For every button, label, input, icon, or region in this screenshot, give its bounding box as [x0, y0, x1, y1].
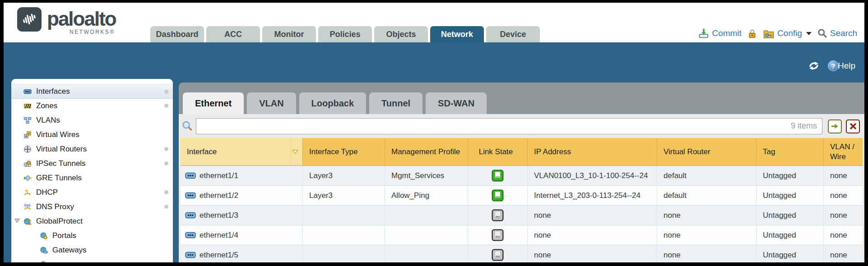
sidebar-item-interfaces[interactable]: Interfaces [11, 84, 173, 99]
virtual-router-cell: none [657, 206, 757, 225]
column-header-link-state[interactable]: Link State [468, 138, 528, 165]
sidebar-item-label: VLANs [36, 116, 60, 125]
nav-tab[interactable]: Policies [318, 26, 372, 42]
svg-text:DNS: DNS [24, 204, 31, 207]
search-icon [817, 28, 827, 38]
interface-cell: ethernet1/3 [181, 206, 303, 225]
sidebar-item-gre-tunnels[interactable]: GRE Tunnels [11, 171, 173, 185]
column-header-interface[interactable]: Interface [181, 138, 291, 165]
sidebar-item-label: GlobalProtect [36, 217, 83, 226]
virtual-routers-icon [23, 145, 32, 153]
virtual-router-cell: default [657, 166, 757, 185]
column-filter-dropdown[interactable] [291, 138, 303, 165]
management-profile-cell: Allow_Ping [385, 186, 468, 205]
link-state-cell [468, 166, 528, 185]
nav-tab[interactable]: Objects [374, 26, 428, 42]
interface-link[interactable]: ethernet1/5 [200, 251, 238, 260]
sidebar-item-vlans[interactable]: VLANs [11, 113, 173, 128]
link-state-cell [468, 225, 528, 245]
dns-proxy-icon: DNS [23, 203, 32, 211]
lock-button[interactable] [747, 28, 757, 39]
interface-tab[interactable]: SD-WAN [426, 92, 487, 114]
link-state-icon [492, 209, 504, 221]
table-row[interactable]: ethernet1/5 none none [181, 245, 863, 262]
interface-link[interactable]: ethernet1/4 [200, 231, 238, 240]
apply-filter-button[interactable] [828, 119, 842, 133]
management-profile-cell [385, 206, 468, 225]
zones-icon [23, 102, 32, 110]
column-header-interface-type[interactable]: Interface Type [303, 138, 385, 165]
management-profile-cell: Mgmt_Services [385, 166, 468, 185]
table-row[interactable]: ethernet1/4 none none [181, 225, 863, 245]
sidebar-item-label: Gateways [52, 246, 87, 255]
interface-tab[interactable]: Ethernet [183, 92, 244, 114]
virtual-router-cell: default [657, 186, 757, 205]
interface-tab[interactable]: Tunnel [369, 92, 422, 114]
interface-cell: ethernet1/2 [181, 186, 303, 205]
refresh-icon[interactable] [807, 60, 821, 71]
search-label: Search [830, 28, 857, 38]
interface-tab[interactable]: VLAN [247, 92, 296, 114]
sidebar-item-virtual-routers[interactable]: Virtual Routers [11, 142, 173, 156]
main-content: Ethernet VLAN Loopback Tunnel SD-WAN 9 i… [179, 83, 864, 262]
config-menu[interactable]: Config [763, 28, 812, 39]
sidebar-item-zones[interactable]: Zones [11, 99, 173, 113]
collapse-triangle-icon[interactable] [14, 218, 20, 224]
nav-tab[interactable]: Network [430, 26, 484, 42]
sidebar-item-partial[interactable] [11, 257, 173, 262]
nav-tab[interactable]: Device [486, 26, 540, 42]
column-header-ip-address[interactable]: IP Address [528, 138, 657, 165]
status-dot [164, 161, 168, 165]
column-header-virtual-router[interactable]: Virtual Router [657, 138, 757, 165]
link-state-icon [492, 170, 504, 182]
interface-tabstrip: Ethernet VLAN Loopback Tunnel SD-WAN [179, 83, 864, 114]
table-row[interactable]: ethernet1/3 none none [181, 206, 863, 225]
sidebar-item-gateways[interactable]: Gateways [11, 243, 173, 257]
interface-link[interactable]: ethernet1/2 [200, 191, 238, 200]
link-state-cell [468, 186, 528, 205]
tag-cell: Untagged [757, 245, 824, 262]
filter-input[interactable] [196, 118, 822, 134]
sidebar-item-label: Virtual Wires [36, 130, 79, 139]
ip-address-cell: Internet_L3_203-0-113-254--24 [528, 186, 657, 205]
management-profile-cell [385, 225, 468, 245]
table-row[interactable]: ethernet1/1 Layer3 Mgmt_Services VLAN010… [181, 166, 863, 186]
main-nav-tabs: Dashboard ACC Monitor Policies Objects N… [150, 26, 540, 42]
ip-address-cell: none [528, 225, 657, 245]
config-label: Config [777, 28, 802, 38]
interface-link[interactable]: ethernet1/3 [200, 211, 238, 220]
sidebar-item-globalprotect[interactable]: GlobalProtect [11, 214, 173, 229]
gateways-icon [39, 246, 48, 254]
nav-tab[interactable]: ACC [206, 26, 260, 42]
help-button[interactable]: ? [828, 60, 834, 71]
sidebar-item-dns-proxy[interactable]: DNS DNS Proxy [11, 200, 173, 214]
help-label: Help [838, 61, 855, 71]
clear-filter-button[interactable] [846, 119, 860, 133]
help-icon: ? [828, 60, 839, 71]
sidebar-item-label: Virtual Routers [36, 145, 87, 154]
search-button[interactable]: Search [817, 28, 857, 38]
virtual-router-cell: none [657, 245, 757, 262]
filter-triangle-icon [292, 150, 298, 154]
table-row[interactable]: ethernet1/2 Layer3 Allow_Ping Internet_L… [181, 186, 863, 206]
nav-tab[interactable]: Monitor [262, 26, 316, 42]
sidebar-item-dhcp[interactable]: IP DHCP [11, 185, 173, 200]
sidebar-item-ipsec-tunnels[interactable]: IPSec Tunnels [11, 156, 173, 171]
nav-tab[interactable]: Dashboard [150, 26, 204, 42]
interface-cell: ethernet1/1 [181, 166, 303, 185]
interface-tab[interactable]: Loopback [299, 92, 366, 114]
ip-address-cell: VLAN0100_L3_10-1-100-254--24 [528, 166, 657, 185]
commit-button[interactable]: Commit [698, 28, 741, 39]
column-header-vlan-wire[interactable]: VLAN / Wire [824, 138, 863, 165]
network-sidebar: Interfaces Zones VLANs [11, 79, 173, 262]
column-header-tag[interactable]: Tag [757, 138, 824, 165]
paloalto-logo-icon [17, 7, 42, 32]
tag-cell: Untagged [757, 166, 824, 185]
interface-link[interactable]: ethernet1/1 [200, 171, 238, 180]
sidebar-item-portals[interactable]: Portals [11, 229, 173, 243]
interface-cell: ethernet1/4 [181, 225, 303, 245]
sidebar-item-virtual-wires[interactable]: Virtual Wires [11, 128, 173, 142]
column-header-management-profile[interactable]: Management Profile [385, 138, 468, 165]
link-state-icon [492, 249, 504, 261]
vlan-wire-cell: none [824, 186, 863, 205]
